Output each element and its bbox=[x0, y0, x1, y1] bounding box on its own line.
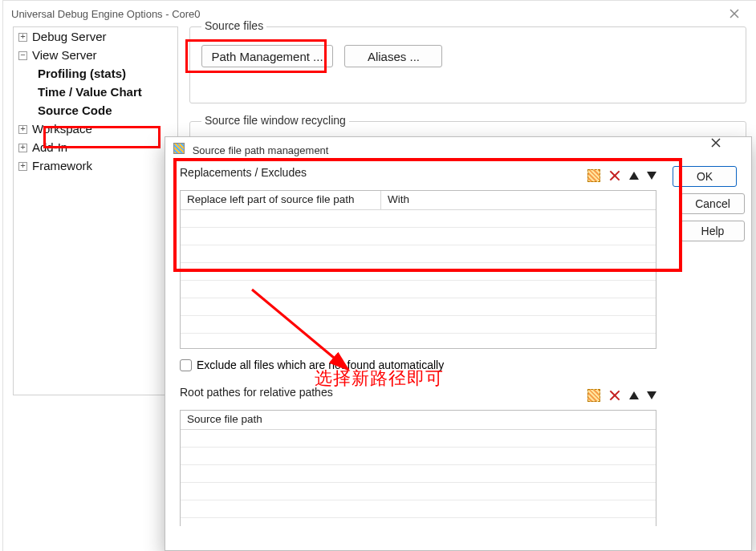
tree-item-profiling[interactable]: Profiling (stats) bbox=[14, 64, 177, 83]
group-source-files: Source files Path Management ... Aliases… bbox=[189, 26, 746, 103]
tree-item-workspace[interactable]: + Workspace bbox=[14, 120, 177, 138]
grid-rows[interactable] bbox=[181, 210, 656, 348]
grid-header: Replace left part of source file path Wi… bbox=[181, 191, 656, 210]
tree-item-debug-server[interactable]: + Debug Server bbox=[14, 27, 177, 46]
exclude-checkbox-row[interactable]: Exclude all files which are not found au… bbox=[180, 359, 656, 371]
grid-header: Source file path bbox=[181, 411, 656, 430]
root-paths-label: Root pathes for relative pathes bbox=[180, 386, 333, 399]
move-down-icon[interactable] bbox=[647, 391, 656, 399]
group-legend: Source file window recycling bbox=[201, 114, 349, 127]
tree-item-framework[interactable]: + Framework bbox=[14, 156, 177, 175]
tree-item-addin[interactable]: + Add-In bbox=[14, 138, 177, 156]
move-up-icon[interactable] bbox=[629, 172, 639, 180]
dialog-close-button[interactable] bbox=[711, 138, 743, 160]
expand-icon[interactable]: + bbox=[18, 33, 27, 42]
tree-item-source-code[interactable]: Source Code bbox=[14, 101, 177, 120]
expand-icon[interactable]: + bbox=[18, 144, 27, 152]
titlebar: Universal Debug Engine Options - Core0 bbox=[3, 1, 756, 26]
dialog-action-buttons: OK Cancel Help bbox=[673, 166, 737, 241]
root-paths-grid[interactable]: Source file path bbox=[180, 410, 656, 526]
dialog-icon bbox=[173, 143, 185, 154]
root-paths-toolbar bbox=[587, 389, 656, 402]
move-up-icon[interactable] bbox=[629, 391, 639, 399]
delete-row-icon[interactable] bbox=[608, 389, 621, 402]
root-paths-section: Root pathes for relative pathes Source f… bbox=[180, 386, 656, 526]
exclude-checkbox-label: Exclude all files which are not found au… bbox=[197, 359, 444, 371]
delete-row-icon[interactable] bbox=[608, 169, 621, 182]
move-down-icon[interactable] bbox=[647, 172, 656, 180]
expand-icon[interactable]: + bbox=[18, 125, 27, 134]
collapse-icon[interactable]: − bbox=[18, 51, 27, 60]
dialog-titlebar: Source file path management bbox=[165, 137, 751, 161]
replacements-section: Replacements / Excludes Replace left par… bbox=[180, 166, 656, 349]
ok-button[interactable]: OK bbox=[673, 166, 737, 187]
path-management-button[interactable]: Path Management ... bbox=[201, 45, 333, 67]
cancel-button[interactable]: Cancel bbox=[681, 193, 745, 214]
new-row-icon[interactable] bbox=[587, 389, 600, 402]
replacements-toolbar bbox=[587, 169, 656, 182]
col-source-path: Source file path bbox=[181, 411, 656, 430]
window-close-button[interactable] bbox=[716, 1, 753, 26]
window-title: Universal Debug Engine Options - Core0 bbox=[11, 8, 201, 20]
new-row-icon[interactable] bbox=[587, 169, 600, 182]
tree-item-time-value[interactable]: Time / Value Chart bbox=[14, 83, 177, 101]
options-tree[interactable]: + Debug Server − View Server Profiling (… bbox=[13, 26, 178, 395]
replacements-label: Replacements / Excludes bbox=[180, 166, 307, 179]
aliases-button[interactable]: Aliases ... bbox=[344, 45, 442, 67]
path-management-dialog: Source file path management OK Cancel He… bbox=[165, 136, 752, 551]
dialog-title: Source file path management bbox=[193, 144, 329, 156]
help-button[interactable]: Help bbox=[681, 221, 745, 241]
group-legend: Source files bbox=[201, 19, 266, 32]
tree-item-view-server[interactable]: − View Server bbox=[14, 46, 177, 64]
dialog-body: OK Cancel Help Replacements / Excludes R… bbox=[180, 166, 737, 550]
col-with: With bbox=[381, 191, 656, 210]
grid-rows[interactable] bbox=[181, 430, 656, 526]
replacements-grid[interactable]: Replace left part of source file path Wi… bbox=[180, 190, 656, 349]
exclude-checkbox[interactable] bbox=[180, 359, 192, 371]
col-replace: Replace left part of source file path bbox=[181, 191, 381, 210]
expand-icon[interactable]: + bbox=[18, 162, 27, 171]
